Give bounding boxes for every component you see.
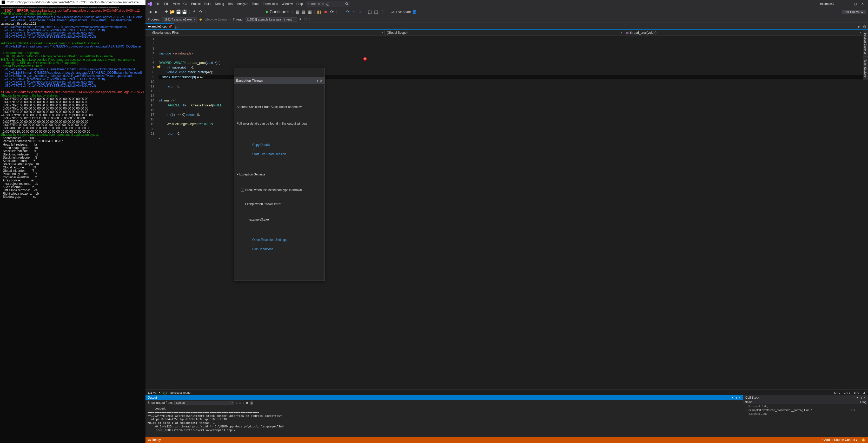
misc3-button[interactable]: ⋮ — [379, 9, 385, 14]
menu-file[interactable]: File — [155, 2, 160, 6]
debug1-button[interactable]: ▦ — [294, 9, 300, 14]
menu-build[interactable]: Build — [205, 2, 212, 6]
output-body[interactable]: loaded. ================================… — [146, 406, 743, 437]
menu-edit[interactable]: Edit — [164, 2, 169, 6]
cs-col-name[interactable]: Name — [743, 400, 859, 404]
editor-zone: example3.cpp 📌 ✕ ▾ ⚙ ⬚ Miscellaneous Fil… — [146, 23, 868, 437]
stackframe-icon[interactable]: ⬚ — [304, 18, 307, 21]
zoom-level[interactable]: 111 % — [148, 391, 156, 394]
exception-settings-header[interactable]: ▸ Exception Settings — [237, 172, 322, 177]
new-button[interactable]: ✚ — [163, 9, 168, 14]
code-body[interactable]: #include <windows.h> DWORD WINAPI thread… — [156, 36, 868, 389]
break-checkbox[interactable]: ✓ — [241, 188, 244, 192]
feedback-button[interactable]: 👤 — [412, 9, 417, 14]
output-source-combo[interactable]: Debug — [174, 401, 234, 405]
cs-dropdown-icon[interactable]: ▾ — [857, 396, 858, 399]
cs-close-icon[interactable]: ✕ — [864, 396, 866, 399]
cs-pin-icon[interactable]: ⊓ — [860, 396, 862, 399]
vs-status-bar: ▭ Ready ↑ Add to Source Control ▴ 🔔 — [146, 437, 868, 443]
ready-label: Ready — [152, 438, 161, 442]
open-settings-link[interactable]: Open Exception Settings — [252, 238, 286, 242]
process-combo[interactable]: [19924] example3.exe — [162, 18, 197, 22]
code-editor[interactable]: 123456789101112131415161718192021 #inclu… — [146, 36, 868, 389]
debug2-button[interactable]: ▦ — [301, 9, 306, 14]
callstack-body[interactable]: [External Code]➜example3.exe!thread_proc… — [743, 404, 868, 437]
save-all-button[interactable]: 💾 — [182, 9, 187, 14]
output-pin-icon[interactable]: ⊓ — [735, 396, 737, 399]
menu-window[interactable]: Window — [282, 2, 293, 6]
navbar-scope[interactable]: (Global Scope) — [385, 30, 624, 36]
stackframe2-icon[interactable]: ⤴ — [309, 18, 310, 21]
menu-view[interactable]: View — [173, 2, 180, 6]
search-box[interactable]: Search (Ctrl+Q) — [306, 1, 350, 7]
liveshare-link[interactable]: Start Live Share session... — [252, 152, 289, 156]
step-into-button[interactable]: → — [339, 9, 344, 14]
menu-tools[interactable]: Tools — [252, 2, 259, 6]
open-button[interactable]: 📂 — [169, 9, 175, 14]
menu-analyze[interactable]: Analyze — [237, 2, 248, 6]
popup-title: Exception Thrown ⊓ ✕ — [234, 77, 324, 84]
nav-fwd-button[interactable]: ► — [154, 9, 159, 14]
close-button[interactable]: ✕ — [861, 2, 864, 6]
add-source-control[interactable]: ↑ Add to Source Control ▴ — [822, 438, 857, 442]
nav-back-button[interactable]: ◄ — [148, 9, 153, 14]
minimize-button[interactable]: — — [846, 2, 850, 6]
cs-row[interactable]: [External Code] — [743, 412, 868, 415]
popup-pin-icon[interactable]: ⊓ — [315, 79, 318, 83]
copy-details-link[interactable]: Copy Details — [252, 143, 270, 147]
spaces-indicator: SPC — [854, 391, 860, 394]
menu-debug[interactable]: Debug — [215, 2, 224, 6]
pin-icon[interactable]: 📌 — [168, 25, 172, 28]
navbar-file[interactable]: ⬚ Miscellaneous Files — [146, 30, 385, 36]
menu-git[interactable]: Git — [183, 2, 187, 6]
navbar-member[interactable]: ◫ thread_proc(void *) — [624, 30, 863, 36]
maximize-button[interactable]: ▢ — [854, 2, 857, 6]
flag-icon[interactable]: ⚑ — [299, 18, 302, 21]
error-glyph-icon[interactable]: ✕ — [363, 57, 367, 61]
line-indicator: Ln: 7 — [834, 391, 840, 394]
exe-checkbox[interactable] — [245, 218, 248, 221]
menu-extensions[interactable]: Extensions — [263, 2, 278, 6]
debug3-button[interactable]: ▦ — [307, 9, 312, 14]
output-tb2[interactable]: ≡ — [239, 401, 241, 405]
step-over-button[interactable]: ↷ — [345, 9, 350, 14]
zoom-dropdown[interactable]: ▾ — [159, 391, 160, 394]
lifecycle-icon[interactable]: ⚡ — [199, 18, 203, 21]
output-close-icon[interactable]: ✕ — [739, 396, 741, 399]
stop-button[interactable]: ■ — [323, 9, 328, 14]
redo-button[interactable]: ↷ — [198, 9, 203, 14]
save-button[interactable]: 💾 — [176, 9, 181, 14]
undo-button[interactable]: ↶ — [192, 9, 197, 14]
step-button[interactable]: ⤵ — [358, 9, 363, 14]
menu-project[interactable]: Project — [191, 2, 200, 6]
cs-row[interactable]: [External Code] — [743, 404, 868, 408]
output-tb4[interactable]: ✖ — [246, 401, 248, 405]
continue-button[interactable]: Continue ▾ — [264, 9, 290, 15]
live-share-button[interactable]: Live Share — [391, 10, 411, 14]
notification-icon[interactable]: 🔔 — [862, 438, 865, 442]
thread-combo[interactable]: [13508] example3.exe!asan_thread — [246, 18, 297, 22]
resize-grip-icon[interactable]: ⋰ — [321, 276, 324, 280]
cs-row[interactable]: ➜example3.exe!thread_proc(void * __forma… — [743, 408, 868, 412]
menu-help[interactable]: Help — [297, 2, 303, 6]
misc1-button[interactable]: ⬚ — [367, 9, 372, 14]
tab-close-button[interactable]: ✕ — [175, 26, 179, 29]
tab-plus-button[interactable]: ▾ — [858, 24, 860, 29]
output-tb3[interactable]: ≡ — [242, 401, 244, 405]
cs-col-lang[interactable]: Lang — [859, 400, 868, 404]
console-body[interactable]: ========================================… — [0, 5, 146, 443]
pause-button[interactable]: ▮▮ — [317, 9, 322, 14]
output-dropdown-icon[interactable]: ▾ — [732, 396, 733, 399]
output-tb1[interactable]: ≡ — [236, 401, 238, 405]
popup-close-icon[interactable]: ✕ — [320, 79, 322, 83]
team-explorer-tab[interactable]: Team Explorer — [863, 57, 868, 80]
tab-gear-button[interactable]: ⚙ — [863, 24, 866, 29]
restart-button[interactable]: ⟳ — [329, 9, 334, 14]
edit-conditions-link[interactable]: Edit Conditions — [252, 247, 273, 251]
output-tb5[interactable]: ≡ — [250, 401, 253, 405]
solution-explorer-tab[interactable]: Solution Explorer — [863, 30, 868, 57]
tab-example3[interactable]: example3.cpp 📌 — [146, 23, 174, 29]
step-out-button[interactable]: ↑ — [351, 9, 356, 14]
misc2-button[interactable]: ⬚ — [373, 9, 378, 14]
menu-test[interactable]: Test — [228, 2, 234, 6]
